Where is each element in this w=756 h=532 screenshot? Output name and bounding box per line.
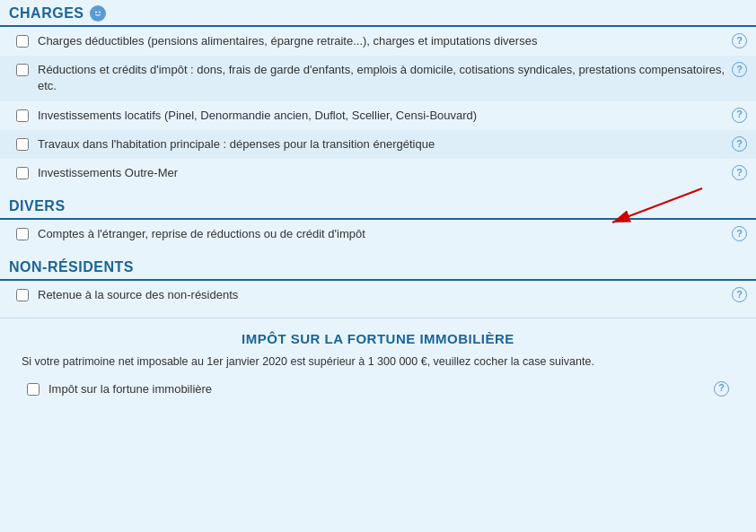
divers-header: DIVERS bbox=[0, 193, 756, 220]
nonresidents-label-1: Retenue à la source des non-résidents bbox=[38, 287, 726, 303]
svg-point-1 bbox=[95, 12, 97, 13]
charges-row-4: Travaux dans l'habitation principale : d… bbox=[0, 130, 756, 159]
charges-rows: Charges déductibles (pensions alimentair… bbox=[0, 27, 756, 188]
charges-checkbox-1[interactable] bbox=[16, 35, 29, 48]
charges-label-5: Investissements Outre-Mer bbox=[38, 165, 726, 181]
charges-info-icon[interactable] bbox=[90, 5, 106, 22]
ifi-section: IMPÔT SUR LA FORTUNE IMMOBILIÈRE Si votr… bbox=[0, 318, 756, 413]
charges-help-5[interactable]: ? bbox=[732, 165, 747, 180]
divers-title: DIVERS bbox=[9, 198, 66, 214]
charges-title: CHARGES bbox=[9, 5, 84, 22]
charges-help-1[interactable]: ? bbox=[732, 33, 747, 48]
divers-row-1: Comptes à l'étranger, reprise de réducti… bbox=[0, 220, 756, 249]
charges-help-4[interactable]: ? bbox=[732, 136, 747, 152]
divers-rows: Comptes à l'étranger, reprise de réducti… bbox=[0, 220, 756, 249]
nonresidents-title: NON-RÉSIDENTS bbox=[9, 259, 134, 275]
charges-header: CHARGES bbox=[0, 0, 756, 27]
charges-label-3: Investissements locatifs (Pinel, Denorma… bbox=[38, 108, 726, 124]
charges-checkbox-2[interactable] bbox=[16, 64, 29, 76]
charges-row-3: Investissements locatifs (Pinel, Denorma… bbox=[0, 101, 756, 130]
charges-checkbox-4[interactable] bbox=[16, 138, 29, 151]
charges-label-1: Charges déductibles (pensions alimentair… bbox=[38, 33, 726, 49]
divers-help-1[interactable]: ? bbox=[732, 226, 747, 241]
ifi-description: Si votre patrimoine net imposable au 1er… bbox=[18, 355, 738, 368]
charges-section: CHARGES Charges déductibles (pensions al… bbox=[0, 0, 756, 188]
charges-checkbox-5[interactable] bbox=[16, 167, 29, 179]
nonresidents-section: NON-RÉSIDENTS Retenue à la source des no… bbox=[0, 254, 756, 310]
charges-help-2[interactable]: ? bbox=[732, 62, 747, 77]
divers-checkbox-1[interactable] bbox=[16, 228, 29, 240]
svg-point-0 bbox=[92, 7, 104, 20]
charges-label-4: Travaux dans l'habitation principale : d… bbox=[38, 136, 726, 153]
svg-point-2 bbox=[99, 12, 101, 13]
nonresidents-header: NON-RÉSIDENTS bbox=[0, 254, 756, 281]
ifi-row-1: Impôt sur la fortune immobilière ? bbox=[18, 375, 738, 404]
charges-row-2: Réductions et crédits d'impôt : dons, fr… bbox=[0, 56, 756, 100]
charges-label-2: Réductions et crédits d'impôt : dons, fr… bbox=[38, 62, 726, 94]
nonresidents-checkbox-1[interactable] bbox=[16, 289, 29, 301]
ifi-help-1[interactable]: ? bbox=[714, 381, 729, 397]
divers-label-1: Comptes à l'étranger, reprise de réducti… bbox=[38, 226, 730, 242]
nonresidents-rows: Retenue à la source des non-résidents ? bbox=[0, 281, 756, 310]
nonresidents-row-1: Retenue à la source des non-résidents ? bbox=[0, 281, 756, 310]
ifi-title: IMPÔT SUR LA FORTUNE IMMOBILIÈRE bbox=[18, 331, 738, 346]
ifi-checkbox-1[interactable] bbox=[27, 383, 40, 396]
charges-row-1: Charges déductibles (pensions alimentair… bbox=[0, 27, 756, 56]
charges-row-5: Investissements Outre-Mer ? bbox=[0, 159, 756, 188]
divers-section: DIVERS Comptes à l'étranger, reprise de … bbox=[0, 193, 756, 249]
nonresidents-help-1[interactable]: ? bbox=[732, 287, 747, 302]
ifi-label-1: Impôt sur la fortune immobilière bbox=[48, 381, 708, 397]
charges-checkbox-3[interactable] bbox=[16, 109, 29, 122]
charges-help-3[interactable]: ? bbox=[732, 108, 747, 123]
